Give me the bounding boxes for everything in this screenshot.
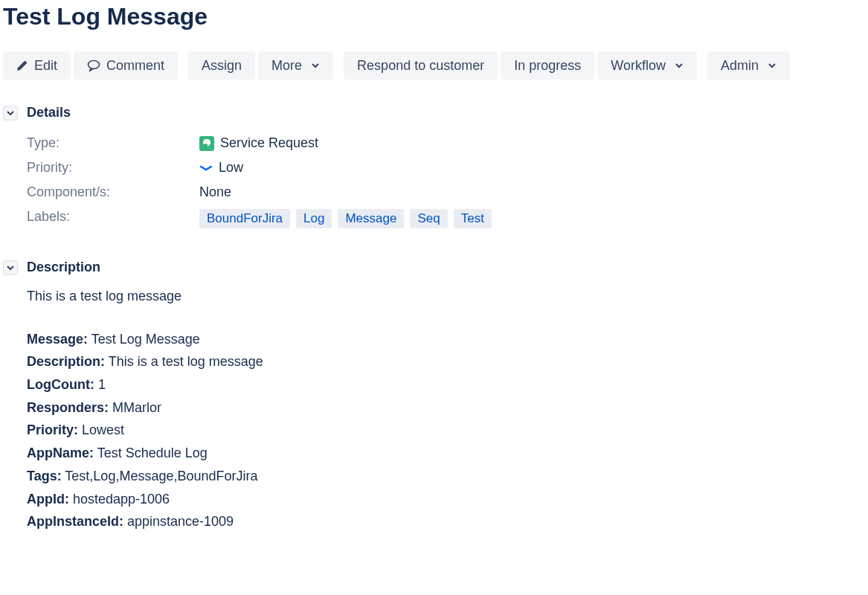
- label-tag[interactable]: Test: [454, 209, 492, 228]
- components-label: Component/s:: [27, 184, 199, 200]
- label-tag[interactable]: Message: [338, 209, 404, 228]
- more-button[interactable]: More: [258, 51, 333, 80]
- description-intro: This is a test log message: [27, 286, 865, 308]
- respond-button[interactable]: Respond to customer: [344, 51, 498, 80]
- service-request-icon: [199, 136, 214, 151]
- description-field: Description: This is a test log message: [27, 351, 865, 373]
- chevron-down-icon: [6, 109, 15, 118]
- type-value: Service Request: [220, 135, 318, 151]
- label-tag[interactable]: BoundForJira: [199, 209, 290, 228]
- description-field: Tags: Test,Log,Message,BoundForJira: [27, 466, 865, 488]
- description-collapse-button[interactable]: [3, 260, 18, 275]
- description-field: AppId: hostedapp-1006: [27, 489, 865, 511]
- description-field-key: Responders:: [27, 400, 109, 415]
- detail-row-type: Type: Service Request: [27, 131, 865, 155]
- description-field-key: AppName:: [27, 446, 94, 460]
- priority-low-icon: [199, 164, 213, 173]
- description-field-key: Message:: [27, 332, 88, 347]
- components-value: None: [199, 184, 231, 200]
- detail-row-priority: Priority: Low: [27, 155, 865, 180]
- description-field-key: Priority:: [27, 422, 78, 437]
- labels-label: Labels:: [27, 209, 199, 225]
- details-section: Details Type: Service Request Priority: …: [3, 105, 865, 233]
- description-field: Message: Test Log Message: [27, 329, 865, 351]
- admin-label: Admin: [721, 59, 759, 72]
- comment-button[interactable]: Comment: [74, 51, 178, 80]
- labels-container: BoundForJiraLogMessageSeqTest: [199, 209, 492, 228]
- toolbar: Edit Comment Assign More Respond to cust…: [3, 51, 865, 80]
- description-field: AppName: Test Schedule Log: [27, 443, 865, 465]
- admin-button[interactable]: Admin: [707, 51, 790, 80]
- pencil-icon: [16, 60, 28, 71]
- edit-button[interactable]: Edit: [3, 51, 71, 80]
- more-label: More: [271, 59, 302, 72]
- comment-icon: [87, 59, 100, 72]
- details-collapse-button[interactable]: [3, 106, 18, 120]
- description-field-key: Description:: [27, 354, 105, 369]
- page-title: Test Log Message: [3, 3, 865, 30]
- description-field: LogCount: 1: [27, 374, 865, 396]
- svg-point-0: [89, 61, 100, 69]
- description-field-key: AppId:: [27, 492, 69, 506]
- respond-label: Respond to customer: [357, 59, 484, 72]
- edit-label: Edit: [34, 59, 57, 72]
- description-title: Description: [27, 260, 100, 275]
- description-field-key: Tags:: [27, 469, 62, 483]
- comment-label: Comment: [106, 59, 164, 72]
- chevron-down-icon: [6, 263, 15, 272]
- assign-button[interactable]: Assign: [188, 51, 255, 80]
- workflow-label: Workflow: [611, 59, 666, 72]
- description-field: Priority: Lowest: [27, 419, 865, 442]
- description-field: AppInstanceId: appinstance-1009: [27, 511, 865, 533]
- label-tag[interactable]: Log: [296, 209, 332, 228]
- chevron-down-icon: [675, 61, 684, 70]
- description-field-key: LogCount:: [27, 377, 94, 392]
- assign-label: Assign: [202, 59, 242, 72]
- details-title: Details: [27, 105, 71, 120]
- type-label: Type:: [27, 135, 199, 151]
- detail-row-labels: Labels: BoundForJiraLogMessageSeqTest: [27, 205, 865, 233]
- description-field-key: AppInstanceId:: [27, 514, 123, 529]
- priority-value: Low: [219, 160, 243, 176]
- detail-row-components: Component/s: None: [27, 180, 865, 205]
- description-fields: Message: Test Log MessageDescription: Th…: [27, 329, 865, 533]
- label-tag[interactable]: Seq: [410, 209, 447, 228]
- workflow-button[interactable]: Workflow: [597, 51, 697, 80]
- in-progress-label: In progress: [514, 59, 581, 72]
- description-section: Description This is a test log message M…: [3, 260, 865, 533]
- chevron-down-icon: [768, 61, 777, 70]
- priority-label: Priority:: [27, 160, 199, 176]
- chevron-down-icon: [311, 61, 320, 70]
- description-field: Responders: MMarlor: [27, 397, 865, 419]
- in-progress-button[interactable]: In progress: [501, 51, 594, 80]
